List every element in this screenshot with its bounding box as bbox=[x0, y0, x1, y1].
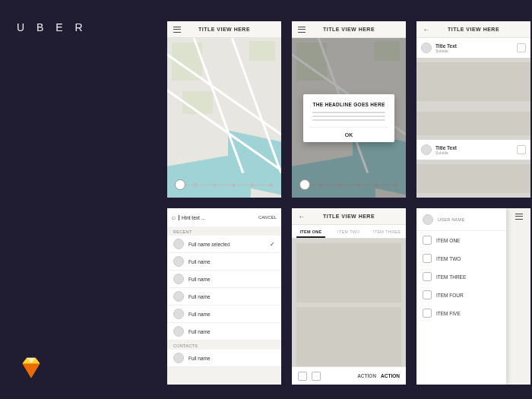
image-icon bbox=[423, 290, 432, 299]
feed-card[interactable]: Title Text Subtitle bbox=[416, 140, 530, 160]
back-button[interactable] bbox=[418, 21, 435, 38]
map-view: THE HEADLINE GOES HERE OK bbox=[292, 38, 406, 198]
section-header: CONTACTS bbox=[167, 340, 281, 350]
contact-row[interactable]: Full name bbox=[167, 350, 281, 367]
nav-bar: TITLE VIEW HERE bbox=[292, 21, 406, 38]
content-block bbox=[296, 243, 401, 302]
feed-image bbox=[416, 164, 530, 193]
drawer-item[interactable]: ITEM ONE bbox=[416, 231, 506, 249]
map-view[interactable] bbox=[167, 38, 281, 198]
screen-search: ⌕ Hint text ... CANCEL RECENT Full name … bbox=[167, 208, 281, 385]
screen-drawer: USER NAME ITEM ONE ITEM TWO ITEM THREE I… bbox=[416, 208, 530, 385]
feed-image bbox=[416, 62, 530, 101]
slider-handle[interactable] bbox=[175, 179, 185, 190]
drawer-label: ITEM TWO bbox=[436, 256, 461, 261]
contact-row[interactable]: Full name bbox=[167, 288, 281, 306]
brand-logo: U B E R bbox=[17, 21, 87, 33]
drawer-label: ITEM ONE bbox=[436, 238, 460, 243]
drawer-item[interactable]: ITEM FIVE bbox=[416, 304, 506, 322]
svg-marker-2 bbox=[31, 363, 40, 378]
cancel-button[interactable]: CANCEL bbox=[258, 215, 277, 220]
screens-grid: TITLE VIEW HERE bbox=[167, 21, 530, 385]
drawer-item[interactable]: ITEM TWO bbox=[416, 249, 506, 268]
contact-row[interactable]: Full name selected ✓ bbox=[167, 236, 281, 253]
nav-bar: TITLE VIEW HERE bbox=[416, 21, 530, 38]
drawer-label: ITEM THREE bbox=[436, 274, 466, 280]
screen-tabs: TITLE VIEW HERE ITEM ONE ITEM TWO ITEM T… bbox=[292, 208, 406, 385]
image-icon[interactable] bbox=[298, 372, 307, 381]
avatar bbox=[423, 214, 433, 225]
drawer-label: ITEM FIVE bbox=[436, 311, 461, 316]
hamburger-icon bbox=[173, 27, 181, 33]
drawer-item[interactable]: ITEM THREE bbox=[416, 268, 506, 286]
modal-headline: THE HEADLINE GOES HERE bbox=[309, 102, 388, 107]
user-name: USER NAME bbox=[438, 217, 464, 222]
image-icon bbox=[423, 309, 432, 318]
section-header: RECENT bbox=[167, 226, 281, 236]
contact-name: Full name bbox=[188, 259, 211, 264]
hamburger-icon bbox=[298, 27, 306, 33]
image-icon bbox=[517, 43, 526, 52]
contact-name: Full name bbox=[188, 294, 211, 299]
nav-title: TITLE VIEW HERE bbox=[198, 27, 250, 32]
contact-row[interactable]: Full name bbox=[167, 271, 281, 288]
contact-row[interactable]: Full name bbox=[167, 323, 281, 340]
avatar bbox=[421, 144, 432, 155]
tab-item-one[interactable]: ITEM ONE bbox=[292, 226, 330, 237]
action-bar: ACTION ACTION bbox=[292, 366, 406, 385]
feed-card[interactable]: Title Text Subtitle bbox=[416, 38, 530, 58]
svg-marker-1 bbox=[23, 363, 31, 378]
nav-title: TITLE VIEW HERE bbox=[323, 27, 375, 32]
menu-button[interactable] bbox=[169, 21, 185, 38]
feed-list[interactable]: Title Text Subtitle Title Text Subtitle bbox=[416, 38, 530, 198]
drawer-header[interactable]: USER NAME bbox=[416, 208, 506, 231]
image-icon bbox=[423, 272, 432, 281]
drawer-label: ITEM FOUR bbox=[436, 293, 464, 298]
image-icon bbox=[423, 254, 432, 263]
sketch-logo-icon bbox=[17, 353, 46, 382]
avatar bbox=[421, 43, 432, 53]
nav-drawer: USER NAME ITEM ONE ITEM TWO ITEM THREE I… bbox=[416, 208, 506, 385]
search-bar: ⌕ Hint text ... CANCEL bbox=[167, 208, 281, 226]
nav-title: TITLE VIEW HERE bbox=[323, 214, 375, 219]
action-primary[interactable]: ACTION bbox=[381, 373, 400, 378]
contact-row[interactable]: Full name bbox=[167, 306, 281, 323]
card-subtitle: Subtitle bbox=[435, 150, 457, 155]
progress-slider[interactable] bbox=[175, 179, 274, 190]
hamburger-icon bbox=[515, 214, 523, 220]
screen-map: TITLE VIEW HERE bbox=[167, 21, 281, 198]
search-input[interactable]: Hint text ... bbox=[179, 215, 255, 220]
nav-bar: TITLE VIEW HERE bbox=[167, 21, 281, 38]
card-title: Title Text bbox=[435, 43, 457, 49]
tab-item-three[interactable]: ITEM THREE bbox=[368, 226, 406, 237]
contact-name: Full name bbox=[188, 312, 211, 317]
nav-bar: TITLE VIEW HERE bbox=[292, 208, 406, 225]
back-button[interactable] bbox=[293, 208, 310, 225]
modal-ok-button[interactable]: OK bbox=[309, 127, 388, 138]
tab-bar: ITEM ONE ITEM TWO ITEM THREE bbox=[292, 225, 406, 239]
contact-name: Full name bbox=[188, 329, 211, 334]
contact-name: Full name selected bbox=[188, 242, 230, 247]
screen-map-modal: TITLE VIEW HERE bbox=[292, 21, 406, 198]
action-secondary[interactable]: ACTION bbox=[357, 373, 376, 378]
card-subtitle: Subtitle bbox=[435, 49, 457, 53]
contact-name: Full name bbox=[188, 277, 211, 282]
screen-feed: TITLE VIEW HERE Title Text Subtitle bbox=[416, 21, 530, 198]
search-icon: ⌕ bbox=[172, 214, 176, 221]
drawer-item[interactable]: ITEM FOUR bbox=[416, 286, 506, 304]
menu-button[interactable] bbox=[511, 208, 527, 225]
alert-dialog: THE HEADLINE GOES HERE OK bbox=[303, 94, 394, 142]
contact-name: Full name bbox=[188, 356, 211, 361]
modal-overlay[interactable]: THE HEADLINE GOES HERE OK bbox=[292, 38, 406, 198]
image-icon[interactable] bbox=[312, 372, 321, 381]
image-icon bbox=[517, 145, 526, 154]
menu-button[interactable] bbox=[293, 21, 310, 38]
contact-row[interactable]: Full name bbox=[167, 253, 281, 271]
nav-title: TITLE VIEW HERE bbox=[448, 27, 499, 32]
tab-item-two[interactable]: ITEM TWO bbox=[330, 226, 368, 237]
image-icon bbox=[423, 236, 432, 245]
content-block bbox=[296, 307, 401, 366]
feed-image bbox=[416, 112, 530, 136]
check-icon: ✓ bbox=[270, 241, 275, 248]
card-title: Title Text bbox=[435, 145, 457, 150]
